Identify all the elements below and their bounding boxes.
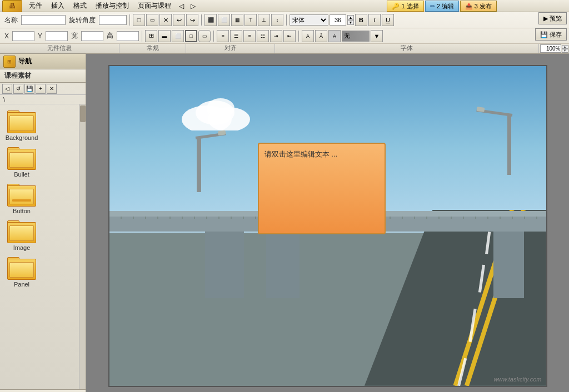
text-align-justify[interactable]: ☷ <box>257 30 269 42</box>
select-icon: 🔑 <box>392 3 400 10</box>
color-swatch[interactable]: 无 <box>342 31 370 42</box>
app-logo: 品 <box>2 0 22 12</box>
asset-label: Image <box>13 244 31 251</box>
list-item[interactable]: Panel <box>2 253 41 290</box>
nav-label: 导航 <box>18 57 32 66</box>
y-input[interactable] <box>46 31 68 41</box>
font-size-arrows[interactable]: ▲ ▼ <box>347 15 354 25</box>
redo-tool[interactable]: ↪ <box>186 14 198 26</box>
cloud-left <box>179 92 251 130</box>
align-label: 对齐 <box>186 44 275 53</box>
save-icon: 💾 <box>540 31 548 38</box>
list-item[interactable]: Button <box>2 180 41 217</box>
preview-icon: ▶ <box>543 15 548 22</box>
font-size-input[interactable] <box>330 14 346 26</box>
refresh-button[interactable]: ↺ <box>13 84 23 94</box>
nav-icon: ⊞ <box>3 56 16 68</box>
text-align-right[interactable]: ≡ <box>243 30 256 42</box>
zoom-up[interactable]: ▲ <box>562 45 568 49</box>
asset-label: Panel <box>14 281 29 288</box>
font-section-label: 字体 <box>275 44 538 53</box>
font-color-right[interactable]: A <box>328 30 341 42</box>
delete-tool[interactable]: ✕ <box>159 14 172 26</box>
close-asset-button[interactable]: ✕ <box>47 84 57 94</box>
align-top[interactable]: ⊤ <box>244 14 257 26</box>
assets-toolbar: ◁ ↺ 💾 + ✕ <box>0 83 86 95</box>
zoom-down[interactable]: ▼ <box>562 49 568 53</box>
shape-1[interactable]: ⊞ <box>145 30 157 42</box>
height-input[interactable] <box>117 31 139 41</box>
separator6 <box>298 31 299 42</box>
align-left-top[interactable]: ⬛ <box>204 14 217 26</box>
nav-arrow-right[interactable]: ▷ <box>187 1 199 11</box>
shape-4[interactable]: □ <box>185 30 197 42</box>
align-bottom[interactable]: ↕ <box>271 14 283 26</box>
mode-publish-button[interactable]: 📤 3 发布 <box>460 1 497 12</box>
shape-2[interactable]: ▬ <box>158 30 171 42</box>
save-button[interactable]: 💾 保存 <box>535 28 567 41</box>
y-label: Y <box>36 32 44 40</box>
underline-button[interactable]: U <box>382 14 394 26</box>
text-box-content: 请双击这里编辑文本 ... <box>264 149 379 159</box>
save-asset-button[interactable]: 💾 <box>24 84 34 94</box>
menu-item-component[interactable]: 元件 <box>24 0 47 12</box>
folder-image-icon <box>7 219 36 243</box>
publish-icon: 📤 <box>465 3 473 10</box>
svg-point-3 <box>207 98 234 118</box>
breadcrumb: \ <box>0 95 86 104</box>
text-box[interactable]: 请双击这里编辑文本 ... <box>258 143 386 234</box>
text-align-center[interactable]: ☰ <box>230 30 242 42</box>
rounded-rect-tool[interactable]: ▭ <box>146 14 158 26</box>
height-label: 高 <box>104 31 116 41</box>
shape-5[interactable]: ▭ <box>198 30 211 42</box>
streetlight-right <box>507 114 511 175</box>
indent[interactable]: ⇥ <box>270 30 282 42</box>
canvas-area: 请双击这里编辑文本 ... www.taskcity.com <box>86 54 569 392</box>
outdent[interactable]: ⇤ <box>283 30 296 42</box>
italic-button[interactable]: I <box>368 14 381 26</box>
back-button[interactable]: ◁ <box>2 84 12 94</box>
canvas-frame: 请双击这里编辑文本 ... www.taskcity.com <box>108 65 547 387</box>
watermark: www.taskcity.com <box>494 376 542 383</box>
font-select[interactable]: 宋体 <box>290 14 328 26</box>
rotation-input[interactable] <box>99 15 127 25</box>
menu-item-page[interactable]: 页面与课程 <box>133 0 176 12</box>
list-item[interactable]: Background <box>2 107 41 143</box>
align-right-top[interactable]: ▦ <box>231 14 243 26</box>
text-align-left[interactable]: ≡ <box>217 30 229 42</box>
scene: 请双击这里编辑文本 ... www.taskcity.com <box>109 66 546 386</box>
folder-panel-icon <box>7 255 36 280</box>
list-item[interactable]: Image <box>2 217 41 253</box>
x-input[interactable] <box>12 31 34 41</box>
name-label: 名称 <box>2 16 20 25</box>
undo-tool[interactable]: ↩ <box>173 14 185 26</box>
align-middle[interactable]: ⊥ <box>258 14 270 26</box>
shape-3[interactable]: ⬜ <box>172 30 184 42</box>
separator <box>129 14 130 26</box>
add-asset-button[interactable]: + <box>36 84 46 94</box>
x-label: X <box>2 32 11 40</box>
component-info-label: 元件信息 <box>0 44 119 53</box>
color-dropdown[interactable]: ▼ <box>371 30 383 42</box>
menu-item-insert[interactable]: 插入 <box>47 0 69 12</box>
folder-button-icon <box>7 182 36 207</box>
nav-arrow-left[interactable]: ◁ <box>176 1 187 11</box>
menu-item-playback[interactable]: 播放与控制 <box>91 0 133 12</box>
font-color-left[interactable]: A <box>302 30 314 42</box>
mode-select-button[interactable]: 🔑 1 选择 <box>387 1 423 12</box>
folder-background-icon <box>7 109 36 133</box>
normal-label: 常规 <box>119 44 186 53</box>
mode-edit-button[interactable]: ✏ 2 编辑 <box>425 1 459 12</box>
width-input[interactable] <box>81 31 103 41</box>
bold-button[interactable]: B <box>355 14 367 26</box>
zoom-input[interactable] <box>540 44 561 53</box>
asset-label: Bullet <box>14 171 29 178</box>
list-item[interactable]: Bullet <box>2 143 41 180</box>
preview-button[interactable]: ▶ 预览 <box>538 12 567 24</box>
font-color-center[interactable]: Ā <box>315 30 327 42</box>
align-center-top[interactable]: ⬜ <box>218 14 230 26</box>
name-input[interactable] <box>21 15 66 25</box>
separator3 <box>286 14 287 26</box>
rect-tool[interactable]: □ <box>133 14 145 26</box>
menu-item-format[interactable]: 格式 <box>69 0 91 12</box>
